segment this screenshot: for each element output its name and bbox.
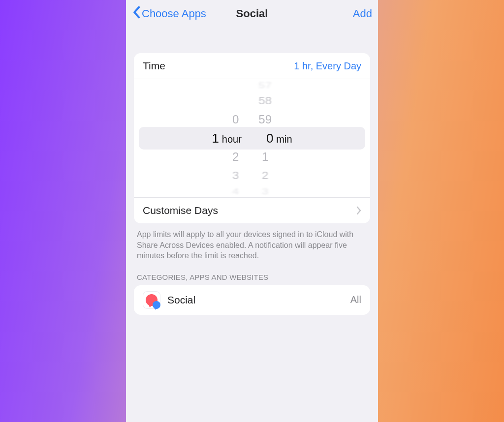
minute-option: 57 (258, 82, 272, 89)
customise-days-row[interactable]: Customise Days (134, 197, 370, 223)
back-button[interactable]: Choose Apps (132, 6, 206, 22)
time-picker[interactable]: 0 1 2 3 4 57 58 59 0 1 2 3 (134, 79, 370, 197)
section-header: CATEGORIES, APPS AND WEBSITES (134, 261, 370, 285)
time-card: Time 1 hr, Every Day 0 1 2 3 4 57 (134, 53, 370, 223)
time-label: Time (143, 60, 165, 72)
hour-option: 0 (232, 112, 239, 127)
minutes-selected: 0 (266, 131, 273, 146)
content-area: Time 1 hr, Every Day 0 1 2 3 4 57 (126, 53, 378, 315)
minute-option: 2 (262, 168, 268, 182)
minute-option: 59 (258, 112, 272, 127)
back-label: Choose Apps (142, 7, 206, 20)
add-button[interactable]: Add (353, 7, 372, 20)
time-summary-row: Time 1 hr, Every Day (134, 53, 370, 79)
picker-selection-bar: 1 hour 0 min (139, 127, 365, 150)
nav-bar: Choose Apps Social Add (126, 0, 378, 28)
chevron-right-icon (356, 206, 361, 215)
footer-note: App limits will apply to all your device… (134, 223, 370, 261)
chevron-left-icon (132, 6, 141, 22)
hour-option: 3 (232, 168, 239, 182)
minute-option: 1 (262, 149, 268, 165)
hour-option: 2 (232, 149, 239, 165)
category-name: Social (167, 294, 195, 306)
category-scope: All (350, 294, 361, 305)
minutes-unit: min (276, 134, 292, 145)
hours-selected: 1 (212, 131, 219, 146)
customise-days-label: Customise Days (143, 205, 218, 216)
hours-unit: hour (222, 134, 242, 145)
settings-screen: Choose Apps Social Add Time 1 hr, Every … (126, 0, 378, 422)
page-title: Social (236, 7, 268, 20)
social-category-icon (143, 291, 160, 309)
minute-option: 58 (258, 93, 272, 108)
time-summary-value: 1 hr, Every Day (294, 60, 361, 72)
category-row[interactable]: Social All (134, 285, 370, 315)
hour-option: 4 (232, 188, 239, 195)
minute-option: 3 (262, 188, 268, 195)
